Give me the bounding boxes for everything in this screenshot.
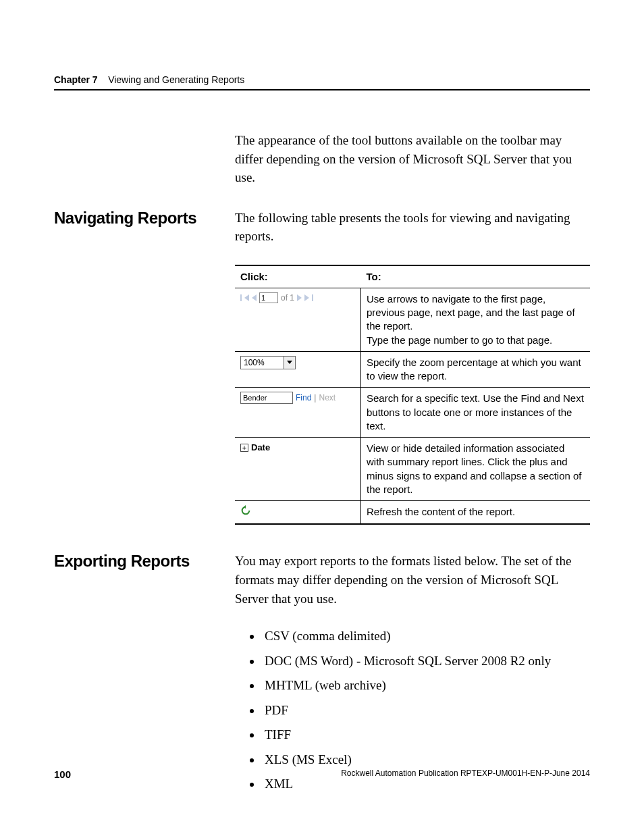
nav-lead-paragraph: The following table presents the tools f… <box>235 209 590 246</box>
last-page-icon[interactable] <box>312 294 313 301</box>
search-input[interactable] <box>240 392 293 404</box>
table-row: Find | Next Search for a specific text. … <box>235 388 590 438</box>
list-item: TIFF <box>262 725 590 745</box>
row-desc: Refresh the content of the report. <box>361 501 591 525</box>
table-row: 100% Specify the zoom percentage at whic… <box>235 351 590 388</box>
page-number-input[interactable] <box>259 292 278 303</box>
section-navigating-reports: Navigating Reports The following table p… <box>235 209 590 525</box>
table-row: + Date View or hide detailed information… <box>235 438 590 501</box>
row-desc: Use arrows to navigate to the first page… <box>361 288 591 351</box>
page-nav-widget: of 1 <box>240 292 355 303</box>
plus-icon[interactable]: + <box>240 444 248 452</box>
section-exporting-reports: Exporting Reports You may export reports… <box>235 552 590 793</box>
row-desc: Search for a specific text. Use the Find… <box>361 388 591 438</box>
export-lead-paragraph: You may export reports to the formats li… <box>235 552 590 608</box>
next-page-icon[interactable] <box>297 294 302 301</box>
chevron-down-icon[interactable] <box>284 357 295 369</box>
prev-page-icon[interactable] <box>252 294 257 301</box>
find-button[interactable]: Find <box>296 392 311 403</box>
refresh-icon[interactable] <box>240 505 251 516</box>
table-row: Refresh the content of the report. <box>235 501 590 525</box>
list-item: DOC (MS Word) - Microsoft SQL Server 200… <box>262 652 590 671</box>
list-item: XLS (MS Excel) <box>262 750 590 770</box>
intro-paragraph: The appearance of the tool buttons avail… <box>235 131 590 187</box>
page-number: 100 <box>54 768 71 780</box>
list-item: PDF <box>262 701 590 721</box>
list-item: CSV (comma delimited) <box>262 627 590 646</box>
separator: | <box>314 392 316 403</box>
zoom-dropdown[interactable]: 100% <box>240 356 296 369</box>
page-total-label: of 1 <box>281 292 294 303</box>
heading-navigating-reports: Navigating Reports <box>54 209 223 228</box>
page-footer: 100 Rockwell Automation Publication RPTE… <box>54 768 590 780</box>
table-row: of 1 Use arrows to navigate to the first… <box>235 288 590 351</box>
zoom-value: 100% <box>241 357 284 368</box>
col-click: Click: <box>235 265 361 288</box>
chapter-number: Chapter 7 <box>54 74 98 85</box>
publication-id: Rockwell Automation Publication RPTEXP-U… <box>341 768 590 780</box>
next-button[interactable]: Next <box>319 392 336 403</box>
list-item: MHTML (web archive) <box>262 676 590 696</box>
col-to: To: <box>361 265 591 288</box>
heading-exporting-reports: Exporting Reports <box>54 552 223 571</box>
first-page-icon[interactable] <box>240 294 242 301</box>
search-widget: Find | Next <box>240 392 355 404</box>
expand-label: Date <box>251 442 270 454</box>
row-desc: View or hide detailed information associ… <box>361 438 591 501</box>
last-page-icon-arrow[interactable] <box>304 294 309 301</box>
expand-collapse-widget[interactable]: + Date <box>240 442 355 454</box>
header-rule <box>54 89 590 90</box>
row-desc: Specify the zoom percentage at which you… <box>361 351 591 388</box>
first-page-icon-arrow[interactable] <box>244 294 249 301</box>
chapter-title: Viewing and Generating Reports <box>108 74 244 85</box>
nav-tools-table: Click: To: of 1 <box>235 265 590 525</box>
running-head: Chapter 7 Viewing and Generating Reports <box>54 74 590 85</box>
